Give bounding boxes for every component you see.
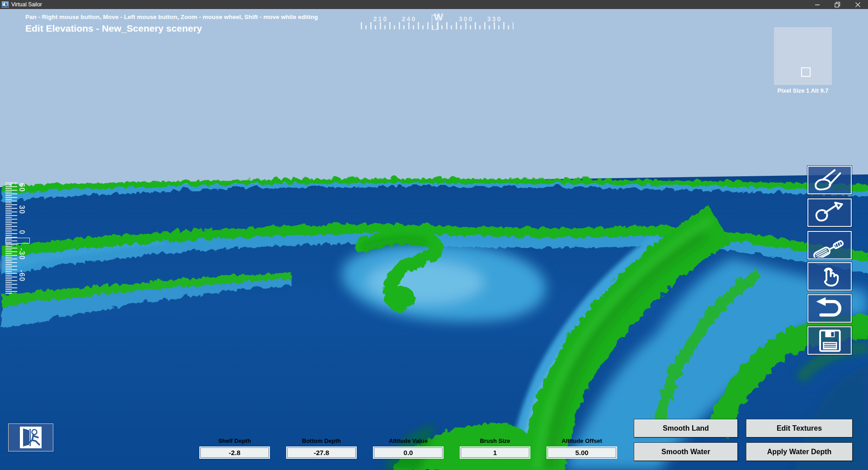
brush-size-input[interactable] bbox=[461, 447, 529, 458]
compass-label-240: 240 bbox=[402, 15, 416, 23]
paintbrush-icon bbox=[811, 168, 849, 193]
elevation-ruler: 60 30 0 -30 -60 bbox=[0, 181, 32, 296]
brush-size-label: Brush Size bbox=[459, 437, 531, 444]
ruler-cursor bbox=[5, 238, 30, 244]
apply-water-depth-button[interactable]: Apply Water Depth bbox=[746, 442, 853, 461]
exit-door-icon bbox=[20, 427, 42, 448]
compass-strip: 210 240 W 300 330 bbox=[353, 11, 524, 33]
bottom-depth-input[interactable] bbox=[287, 447, 356, 458]
edit-textures-button[interactable]: Edit Textures bbox=[746, 419, 853, 437]
close-button[interactable] bbox=[848, 0, 868, 9]
compass-label-210: 210 bbox=[373, 15, 388, 23]
save-icon bbox=[811, 329, 849, 353]
paintbrush-tool-button[interactable] bbox=[807, 166, 852, 194]
altitude-offset-label: Altitude Offset bbox=[546, 437, 618, 444]
field-bottom-depth: Bottom Depth bbox=[285, 437, 358, 458]
altitude-offset-input[interactable] bbox=[547, 447, 616, 458]
field-shelf-depth: Shelf Depth bbox=[198, 437, 271, 458]
window-controls bbox=[807, 0, 868, 9]
help-text: Pan - Right mouse button, Move - Left mo… bbox=[25, 14, 318, 20]
hand-pointer-tool-button[interactable] bbox=[807, 262, 852, 291]
minimize-icon bbox=[815, 2, 820, 7]
ruler-label-60: 60 bbox=[18, 183, 26, 192]
window-title: Virtual Sailor bbox=[11, 1, 42, 8]
compass-heading-cursor bbox=[432, 15, 439, 30]
shelf-depth-label: Shelf Depth bbox=[198, 437, 271, 444]
terrain-viewport[interactable] bbox=[0, 0, 868, 470]
page-title: Edit Elevations - New_Scenery scenery bbox=[25, 23, 202, 34]
minimap-caption: Pixel Size 1 Alt 9.7 bbox=[769, 87, 837, 94]
bottom-depth-label: Bottom Depth bbox=[285, 437, 358, 444]
compass-label-300: 300 bbox=[459, 15, 473, 23]
compass-label-330: 330 bbox=[487, 15, 502, 23]
minimize-button[interactable] bbox=[807, 0, 827, 9]
ruler-label-0: 0 bbox=[18, 230, 26, 235]
app-icon bbox=[2, 1, 9, 8]
spatula-icon bbox=[811, 233, 849, 258]
title-bar: Virtual Sailor bbox=[0, 0, 868, 9]
ruler-label-neg60: -60 bbox=[18, 270, 26, 282]
field-brush-size: Brush Size bbox=[459, 437, 531, 458]
smooth-water-button[interactable]: Smooth Water bbox=[634, 442, 738, 461]
shelf-depth-input[interactable] bbox=[200, 447, 269, 458]
field-altitude-value: Altitude Value bbox=[372, 437, 444, 458]
restore-icon bbox=[835, 2, 840, 8]
minimap-view-rectangle bbox=[801, 67, 811, 77]
shovel-tool-button[interactable] bbox=[807, 198, 852, 227]
ruler-label-neg30: -30 bbox=[18, 248, 26, 260]
virtual-sailor-window: Virtual Sailor Pan - Right mouse button, bbox=[0, 0, 868, 470]
shovel-icon bbox=[811, 201, 849, 225]
minimap[interactable] bbox=[774, 27, 832, 85]
altitude-value-label: Altitude Value bbox=[372, 437, 444, 444]
exit-button[interactable] bbox=[8, 423, 53, 451]
undo-tool-button[interactable] bbox=[807, 294, 852, 323]
hand-pointer-icon bbox=[811, 264, 849, 289]
close-icon bbox=[855, 2, 861, 8]
spatula-tool-button[interactable] bbox=[807, 231, 852, 259]
smooth-land-button[interactable]: Smooth Land bbox=[634, 419, 738, 437]
field-altitude-offset: Altitude Offset bbox=[546, 437, 618, 458]
undo-icon bbox=[811, 296, 849, 321]
ruler-label-30: 30 bbox=[18, 205, 26, 214]
save-tool-button[interactable] bbox=[807, 326, 852, 355]
altitude-value-input[interactable] bbox=[374, 447, 443, 458]
restore-button[interactable] bbox=[827, 0, 848, 9]
